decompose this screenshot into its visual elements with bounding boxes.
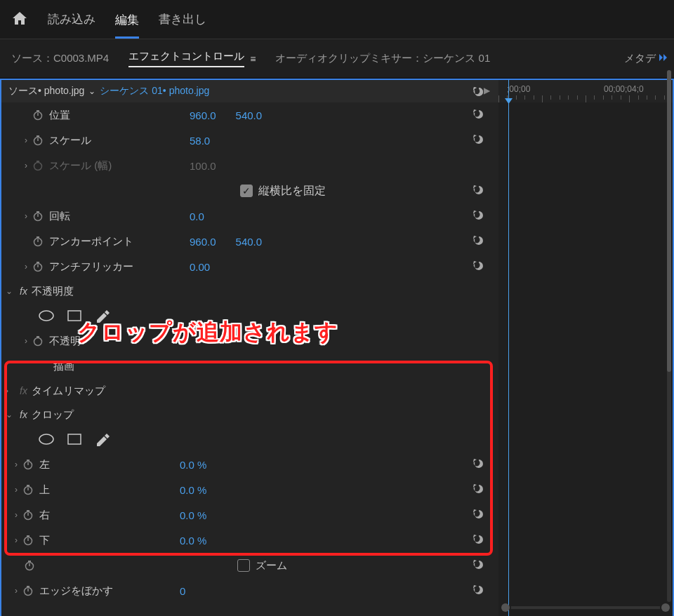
opacity-label: 不透明 <box>49 335 190 348</box>
position-x[interactable]: 960.0 <box>190 109 216 121</box>
reset-icon[interactable] <box>472 183 486 200</box>
section-crop[interactable]: ⌄ fx クロップ <box>1 403 498 427</box>
zoom-checkbox[interactable] <box>237 559 250 572</box>
mask-tools <box>1 303 498 328</box>
clip-header: ソース• photo.jpg ⌄ シーケンス 01• photo.jpg ▶ <box>1 80 498 102</box>
expand-icon[interactable]: › <box>21 161 31 170</box>
svg-rect-24 <box>27 460 29 461</box>
stopwatch-icon[interactable] <box>31 210 45 222</box>
anchor-label: アンカーポイント <box>49 235 190 248</box>
reset-icon[interactable] <box>472 107 486 123</box>
stopwatch-icon[interactable] <box>21 459 35 470</box>
crop-top-value[interactable]: 0.0 % <box>180 484 206 496</box>
expand-icon[interactable]: › <box>21 336 31 346</box>
row-blendmode: 描画 <box>1 354 498 379</box>
stopwatch-icon[interactable] <box>21 484 35 495</box>
pen-mask-icon[interactable] <box>93 432 112 446</box>
reset-icon[interactable] <box>472 259 486 275</box>
nav-import[interactable]: 読み込み <box>48 8 95 30</box>
crop-left-label: 左 <box>39 458 180 471</box>
crop-right-value[interactable]: 0.0 % <box>180 509 206 521</box>
stopwatch-icon[interactable] <box>21 509 35 521</box>
scroll-knob-left[interactable] <box>501 603 510 612</box>
overflow-icon[interactable] <box>659 53 668 65</box>
section-timeremap[interactable]: › fx タイムリマップ <box>1 379 498 403</box>
crop-bottom-label: 下 <box>39 534 180 547</box>
crop-right-label: 右 <box>39 509 180 522</box>
anchor-x[interactable]: 960.0 <box>190 236 216 248</box>
scroll-thumb[interactable] <box>667 70 671 372</box>
section-opacity[interactable]: ⌄ fx 不透明度 <box>1 279 498 303</box>
stopwatch-icon[interactable] <box>21 585 35 596</box>
reset-icon[interactable] <box>472 234 486 250</box>
expand-icon[interactable]: › <box>11 460 21 469</box>
stopwatch-icon[interactable] <box>31 261 45 272</box>
reset-icon[interactable] <box>472 85 486 101</box>
reset-icon[interactable] <box>472 208 486 225</box>
stopwatch-icon[interactable] <box>21 535 35 546</box>
tab-metadata[interactable]: メタデ <box>624 52 656 65</box>
stopwatch-icon[interactable] <box>31 135 45 146</box>
v-scrollbar[interactable] <box>667 70 671 602</box>
stopwatch-icon[interactable] <box>31 236 45 247</box>
h-scrollbar[interactable] <box>501 603 670 612</box>
position-label: 位置 <box>49 109 190 122</box>
fx-badge[interactable]: fx <box>20 286 27 297</box>
nav-export[interactable]: 書き出し <box>159 8 206 30</box>
tab-effect-controls[interactable]: エフェクトコントロール <box>128 50 244 67</box>
crop-bottom-value[interactable]: 0.0 % <box>180 535 206 547</box>
svg-rect-33 <box>27 535 29 537</box>
collapse-icon[interactable]: ⌄ <box>6 410 15 420</box>
row-rotation: › 回転 0.0 <box>1 203 498 229</box>
chevron-down-icon[interactable]: ⌄ <box>88 86 95 96</box>
edge-value[interactable]: 0 <box>180 585 185 597</box>
antiflicker-label: アンチフリッカー <box>49 260 190 274</box>
tab-audio-mixer[interactable]: オーディオクリップミキサー：シーケンス 01 <box>275 52 490 65</box>
reset-icon[interactable] <box>472 457 486 473</box>
expand-icon[interactable]: › <box>21 211 31 221</box>
time-ruler[interactable]: ;00;00 00;00;04;0 <box>498 80 673 102</box>
crop-left-value[interactable]: 0.0 % <box>180 459 206 471</box>
position-y[interactable]: 540.0 <box>236 109 263 121</box>
playhead[interactable] <box>508 80 509 616</box>
stopwatch-icon[interactable] <box>31 335 45 347</box>
uniform-scale-checkbox[interactable]: ✓ <box>240 185 253 197</box>
svg-rect-36 <box>28 561 31 562</box>
rect-mask-icon[interactable] <box>65 432 84 446</box>
panel-menu-icon[interactable]: ≡ <box>250 53 256 65</box>
expand-icon[interactable]: › <box>6 386 15 396</box>
reset-icon[interactable] <box>472 482 486 498</box>
svg-rect-12 <box>37 236 39 238</box>
collapse-icon[interactable]: ⌄ <box>6 286 15 296</box>
reset-icon[interactable] <box>472 558 486 574</box>
tab-source[interactable]: ソース：C0003.MP4 <box>11 52 109 65</box>
pen-mask-icon[interactable] <box>93 309 112 323</box>
reset-icon[interactable] <box>472 583 486 599</box>
fx-badge[interactable]: fx <box>20 385 27 396</box>
stopwatch-icon[interactable] <box>31 109 45 121</box>
ellipse-mask-icon[interactable] <box>37 309 56 323</box>
anchor-y[interactable]: 540.0 <box>236 236 263 248</box>
expand-icon[interactable]: › <box>11 535 21 545</box>
home-icon[interactable] <box>11 10 28 29</box>
stopwatch-icon[interactable] <box>22 560 37 571</box>
fx-badge[interactable]: fx <box>20 409 27 420</box>
scroll-knob-right[interactable] <box>661 603 670 612</box>
svg-rect-20 <box>37 336 39 337</box>
scale-value[interactable]: 58.0 <box>190 135 210 147</box>
reset-icon[interactable] <box>472 507 486 523</box>
antiflicker-value[interactable]: 0.00 <box>190 261 210 273</box>
ellipse-mask-icon[interactable] <box>37 432 56 446</box>
expand-icon[interactable]: › <box>11 586 21 596</box>
rotation-value[interactable]: 0.0 <box>190 210 204 222</box>
reset-icon[interactable] <box>472 533 486 549</box>
rect-mask-icon[interactable] <box>65 309 84 323</box>
expand-icon[interactable]: › <box>11 485 21 495</box>
expand-icon[interactable]: › <box>21 262 31 272</box>
expand-icon[interactable]: › <box>11 510 21 520</box>
expand-icon[interactable]: › <box>21 135 31 145</box>
scale-label: スケール <box>49 134 190 147</box>
nav-edit[interactable]: 編集 <box>115 9 139 39</box>
reset-icon[interactable] <box>472 133 486 149</box>
sequence-clip-link[interactable]: シーケンス 01• photo.jpg <box>100 85 209 98</box>
